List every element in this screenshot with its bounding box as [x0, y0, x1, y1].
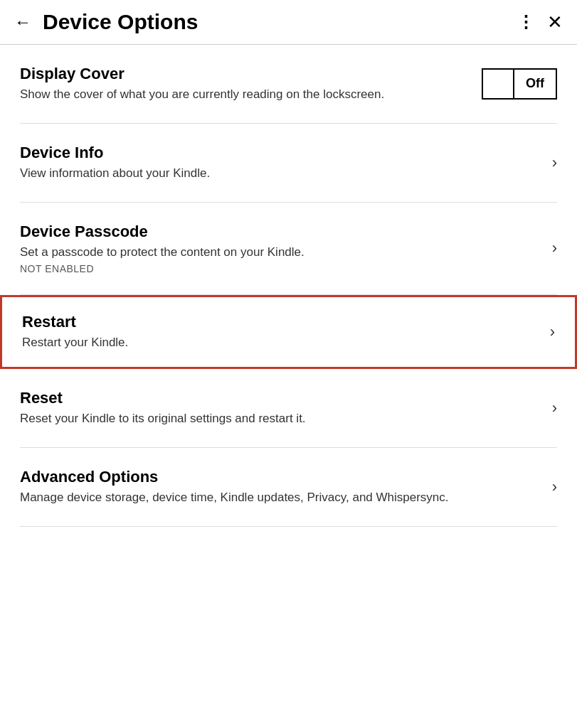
setting-text-restart: Restart Restart your Kindle.: [22, 313, 539, 351]
setting-title-advanced-options: Advanced Options: [20, 468, 541, 486]
setting-row-device-passcode[interactable]: Device Passcode Set a passcode to protec…: [20, 203, 557, 296]
screen: ← Device Options ⋮ ✕ Display Cover Show …: [0, 0, 577, 728]
setting-text-device-info: Device Info View information about your …: [20, 144, 541, 182]
toggle-off-box: [483, 70, 514, 98]
setting-title-reset: Reset: [20, 389, 541, 407]
setting-row-display-cover[interactable]: Display Cover Show the cover of what you…: [20, 45, 557, 124]
setting-text-reset: Reset Reset your Kindle to its original …: [20, 389, 541, 427]
setting-row-reset[interactable]: Reset Reset your Kindle to its original …: [20, 369, 557, 448]
back-button[interactable]: ←: [14, 14, 31, 31]
setting-desc-device-passcode: Set a passcode to protect the content on…: [20, 244, 541, 261]
setting-row-device-info[interactable]: Device Info View information about your …: [20, 124, 557, 203]
page-title: Device Options: [43, 10, 506, 34]
settings-list: Display Cover Show the cover of what you…: [0, 45, 577, 728]
setting-sub-device-passcode: NOT ENABLED: [20, 263, 541, 274]
setting-title-display-cover: Display Cover: [20, 65, 470, 83]
toggle-off-label: Off: [514, 70, 556, 98]
setting-text-display-cover: Display Cover Show the cover of what you…: [20, 65, 470, 103]
chevron-icon-device-info: ›: [552, 154, 557, 172]
setting-desc-display-cover: Show the cover of what you are currently…: [20, 86, 470, 103]
setting-desc-device-info: View information about your Kindle.: [20, 165, 541, 182]
chevron-icon-restart: ›: [550, 323, 555, 341]
setting-title-device-passcode: Device Passcode: [20, 223, 541, 241]
setting-desc-advanced-options: Manage device storage, device time, Kind…: [20, 489, 541, 506]
setting-row-advanced-options[interactable]: Advanced Options Manage device storage, …: [20, 448, 557, 527]
setting-desc-reset: Reset your Kindle to its original settin…: [20, 410, 541, 427]
chevron-icon-device-passcode: ›: [552, 239, 557, 257]
setting-title-restart: Restart: [22, 313, 539, 331]
chevron-icon-advanced-options: ›: [552, 478, 557, 496]
toggle-display-cover[interactable]: Off: [482, 68, 557, 100]
setting-text-device-passcode: Device Passcode Set a passcode to protec…: [20, 223, 541, 275]
setting-row-restart[interactable]: Restart Restart your Kindle. ›: [0, 295, 577, 369]
chevron-icon-reset: ›: [552, 399, 557, 417]
setting-text-advanced-options: Advanced Options Manage device storage, …: [20, 468, 541, 506]
more-menu-button[interactable]: ⋮: [517, 12, 536, 32]
header: ← Device Options ⋮ ✕: [0, 0, 577, 45]
setting-title-device-info: Device Info: [20, 144, 541, 162]
setting-desc-restart: Restart your Kindle.: [22, 334, 539, 351]
close-button[interactable]: ✕: [547, 11, 563, 33]
